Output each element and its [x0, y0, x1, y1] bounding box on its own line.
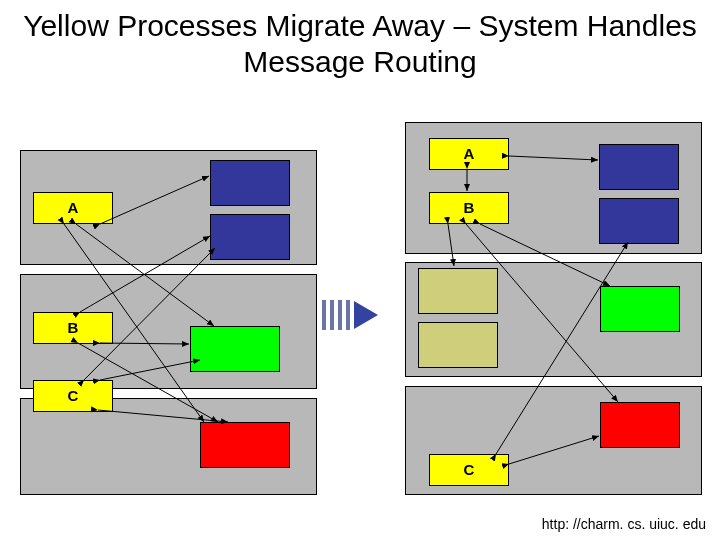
transition-arrow	[322, 300, 378, 330]
process-navy-3	[599, 144, 679, 190]
vacated-slot-2	[418, 322, 498, 368]
vacated-slot-1	[418, 268, 498, 314]
process-A-left: A	[33, 192, 113, 224]
process-red-left	[200, 422, 290, 468]
arrow-right-icon	[354, 301, 378, 329]
process-B-right: B	[429, 192, 509, 224]
process-C-left: C	[33, 380, 113, 412]
process-B-left: B	[33, 312, 113, 344]
page-title: Yellow Processes Migrate Away – System H…	[0, 8, 720, 80]
process-navy-2	[210, 214, 290, 260]
process-C-right: C	[429, 454, 509, 486]
process-navy-4	[599, 198, 679, 244]
process-A-right: A	[429, 138, 509, 170]
process-red-right	[600, 402, 680, 448]
process-green-right	[600, 286, 680, 332]
footer-link: http: //charm. cs. uiuc. edu	[542, 516, 706, 532]
process-navy-1	[210, 160, 290, 206]
process-green-left	[190, 326, 280, 372]
